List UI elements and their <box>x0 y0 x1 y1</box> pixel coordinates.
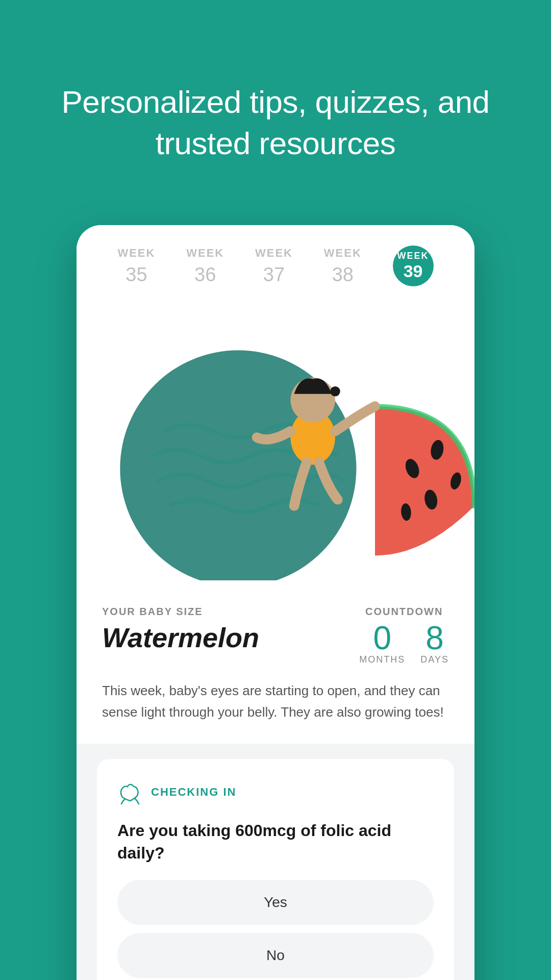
checking-in-card: CHECKING IN Are you taking 600mcg of fol… <box>97 759 454 980</box>
countdown-days-num: 8 <box>425 622 444 654</box>
week-number-37: 37 <box>263 264 285 286</box>
checking-in-badge: CHECKING IN <box>151 786 236 799</box>
countdown-section: COUNTDOWN 0 MONTHS 8 DAYS <box>359 606 449 665</box>
week-number-38: 38 <box>332 264 354 286</box>
baby-size-section: YOUR BABY SIZE Watermelon <box>102 606 259 653</box>
illustration-area <box>77 297 474 596</box>
checking-in-header: CHECKING IN <box>117 779 434 805</box>
week-label-38: WEEK <box>324 247 362 260</box>
phone-mockup: WEEK 35 WEEK 36 WEEK 37 WEEK 38 WEEK 39 <box>77 225 474 980</box>
week-number-35: 35 <box>126 264 147 286</box>
week-number-39: 39 <box>404 261 423 281</box>
week-item-38[interactable]: WEEK 38 <box>324 247 362 286</box>
svg-point-8 <box>330 386 340 397</box>
countdown-months-num: 0 <box>373 622 392 654</box>
week-label-37: WEEK <box>255 247 293 260</box>
baby-size-label: YOUR BABY SIZE <box>102 606 259 618</box>
week-item-37[interactable]: WEEK 37 <box>255 247 293 286</box>
checking-in-section: CHECKING IN Are you taking 600mcg of fol… <box>77 744 474 980</box>
checking-in-icon <box>117 779 143 805</box>
week-label-35: WEEK <box>117 247 155 260</box>
countdown-months: 0 MONTHS <box>359 622 405 665</box>
week-number-36: 36 <box>194 264 216 286</box>
countdown-label: COUNTDOWN <box>359 606 449 618</box>
baby-size-name: Watermelon <box>102 622 259 653</box>
week-label-36: WEEK <box>186 247 224 260</box>
countdown-days: 8 DAYS <box>420 622 449 665</box>
week-item-36[interactable]: WEEK 36 <box>186 247 224 286</box>
week-label-39: WEEK <box>397 251 429 261</box>
yes-button[interactable]: Yes <box>117 880 434 925</box>
hero-title: Personalized tips, quizzes, and trusted … <box>61 84 489 161</box>
baby-description: This week, baby's eyes are starting to o… <box>77 670 474 743</box>
hero-text: Personalized tips, quizzes, and trusted … <box>0 0 551 205</box>
countdown-days-unit: DAYS <box>420 654 449 665</box>
checking-in-question: Are you taking 600mcg of folic acid dail… <box>117 819 434 865</box>
week-selector: WEEK 35 WEEK 36 WEEK 37 WEEK 38 WEEK 39 <box>77 225 474 297</box>
week-item-39[interactable]: WEEK 39 <box>393 246 434 286</box>
countdown-months-unit: MONTHS <box>359 654 405 665</box>
baby-info: YOUR BABY SIZE Watermelon COUNTDOWN 0 MO… <box>77 596 474 670</box>
no-button[interactable]: No <box>117 933 434 978</box>
week-item-35[interactable]: WEEK 35 <box>117 247 155 286</box>
